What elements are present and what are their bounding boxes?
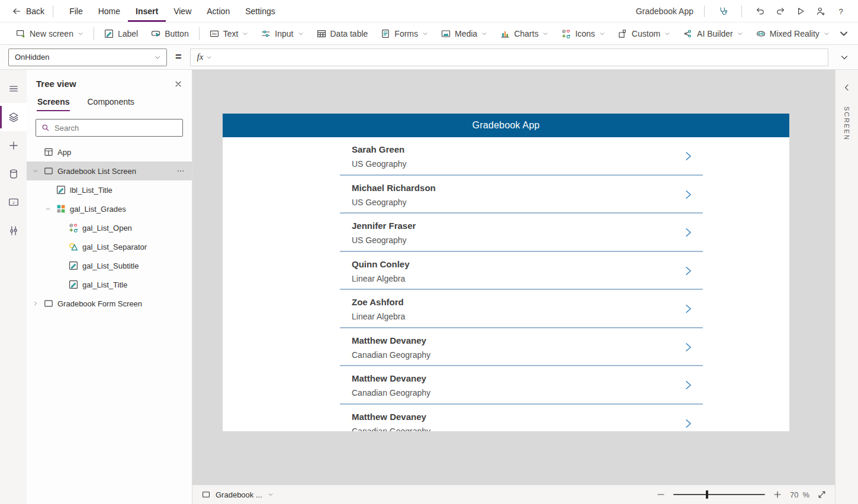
label-button[interactable]: Label — [98, 22, 144, 44]
new-screen-button[interactable]: New screen — [9, 22, 90, 44]
tab-components[interactable]: Components — [86, 95, 134, 111]
rail-hamburger-menu-button[interactable] — [0, 75, 27, 103]
expand-panel-chevron-icon[interactable] — [837, 78, 857, 97]
row-chevron-icon[interactable] — [682, 227, 694, 238]
charts-button[interactable]: Charts — [494, 22, 555, 44]
menu-item-view[interactable]: View — [166, 0, 199, 22]
menu-item-home[interactable]: Home — [91, 0, 128, 22]
screen-selector[interactable]: Gradebook ... — [202, 490, 274, 499]
redo-icon[interactable] — [770, 2, 790, 21]
menu-item-file[interactable]: File — [62, 0, 91, 22]
zoom-slider-thumb[interactable] — [706, 490, 708, 499]
button-button[interactable]: Button — [144, 22, 195, 44]
more-options-button[interactable] — [176, 167, 185, 175]
row-chevron-icon[interactable] — [682, 265, 694, 277]
canvas-backdrop[interactable]: Gradebook App Sarah GreenUS GeographyMic… — [192, 70, 835, 485]
row-chevron-icon[interactable] — [682, 303, 694, 315]
help-icon[interactable]: ? — [831, 2, 851, 21]
row-chevron-icon[interactable] — [682, 189, 694, 201]
row-chevron-icon[interactable] — [682, 379, 694, 391]
rail-tree-view-button[interactable] — [0, 103, 27, 131]
back-button[interactable]: Back — [12, 7, 44, 16]
fx-selector[interactable]: fx — [191, 52, 218, 62]
ribbon-item-label: Custom — [632, 29, 660, 38]
forms-button[interactable]: Forms — [374, 22, 435, 44]
gallery-row-text: Michael RichardsonUS Geography — [223, 176, 789, 208]
tree-item-app[interactable]: App — [27, 143, 192, 161]
rail-advanced-tools-button[interactable] — [0, 217, 27, 245]
svg-text:♪: ♪ — [12, 199, 15, 205]
rail-media-button[interactable]: ♪ — [0, 188, 27, 217]
row-chevron-icon[interactable] — [682, 150, 694, 162]
share-user-icon[interactable] — [811, 2, 831, 21]
tree-item-gradebook-list-screen[interactable]: Gradebook List Screen — [27, 161, 192, 180]
gallery-row[interactable]: Quinn ConleyLinear Algebra — [223, 252, 789, 290]
ai-builder-button[interactable]: AI Builder — [677, 22, 750, 44]
app-title-bar[interactable]: Gradebook App — [223, 114, 789, 137]
custom-button[interactable]: Custom — [612, 22, 677, 44]
gallery-row-text: Jennifer FraserUS Geography — [223, 214, 789, 246]
collapse-chevron-icon[interactable] — [43, 206, 52, 212]
preview-play-icon[interactable] — [790, 2, 811, 21]
ribbon-item-label: Data table — [330, 29, 368, 38]
tree-search-box — [36, 119, 183, 137]
formula-bar-expand-chevron-icon[interactable] — [834, 48, 854, 67]
media-button[interactable]: Media — [435, 22, 494, 44]
back-label: Back — [26, 7, 44, 16]
data-table-button[interactable]: Data table — [310, 22, 375, 44]
chevron-down-icon — [242, 31, 248, 37]
menu-item-insert[interactable]: Insert — [128, 0, 166, 22]
gallery-row[interactable]: Jennifer FraserUS Geography — [223, 214, 789, 252]
input-button[interactable]: Input — [255, 22, 310, 44]
zoom-in-plus-icon[interactable] — [773, 490, 782, 499]
tree-item-lbl-list-title[interactable]: lbl_List_Title — [27, 180, 192, 199]
chevron-down-icon — [154, 54, 161, 61]
tree-item-gal-list-title[interactable]: gal_List_Title — [27, 275, 192, 294]
tree-item-label: gal_List_Title — [82, 280, 185, 289]
menu-item-action[interactable]: Action — [199, 0, 237, 22]
row-chevron-icon[interactable] — [682, 418, 694, 429]
gallery-row[interactable]: Michael RichardsonUS Geography — [223, 176, 789, 214]
chevron-down-icon — [268, 492, 274, 497]
student-name: Matthew Devaney — [352, 411, 789, 423]
expand-chevron-icon[interactable] — [31, 301, 40, 306]
search-input[interactable] — [54, 124, 177, 133]
app-checker-stethoscope-icon[interactable] — [713, 2, 733, 21]
media-icon — [441, 29, 451, 38]
left-icon-rail: ♪ — [0, 70, 27, 504]
undo-icon[interactable] — [750, 2, 770, 21]
mixed-reality-button[interactable]: Mixed Reality — [750, 22, 836, 44]
text-button[interactable]: AbcText — [203, 22, 255, 44]
gallery-row[interactable]: Matthew DevaneyCanadian Geography — [223, 328, 789, 367]
tree-item-gal-list-grades[interactable]: gal_List_Grades — [27, 199, 192, 218]
gallery-row[interactable]: Zoe AshfordLinear Algebra — [223, 290, 789, 328]
tree-item-label: Gradebook Form Screen — [57, 299, 185, 308]
tree-item-gal-list-open[interactable]: gal_List_Open — [27, 218, 192, 237]
tree-item-gradebook-form-screen[interactable]: Gradebook Form Screen — [27, 294, 192, 313]
close-icon[interactable] — [174, 80, 182, 88]
rail-data-sources-button[interactable] — [0, 160, 27, 188]
equals-sign: = — [173, 51, 184, 63]
collapse-chevron-icon[interactable] — [31, 168, 40, 174]
fit-to-window-icon[interactable] — [817, 490, 827, 499]
ribbon-collapse-chevron-icon[interactable] — [836, 24, 852, 43]
row-chevron-icon[interactable] — [682, 341, 694, 353]
tree-item-gal-list-subtitle[interactable]: gal_List_Subtitle — [27, 256, 192, 275]
rail-insert-button[interactable] — [0, 131, 27, 160]
course-name: US Geography — [352, 158, 789, 170]
data-table-icon — [317, 29, 326, 38]
tab-screens[interactable]: Screens — [37, 95, 70, 111]
zoom-out-minus-icon[interactable] — [656, 490, 666, 499]
gallery-row[interactable]: Matthew DevaneyCanadian Geography — [223, 366, 789, 405]
course-name: US Geography — [352, 196, 789, 208]
gallery-row[interactable]: Sarah GreenUS Geography — [223, 137, 789, 176]
zoom-slider[interactable] — [673, 494, 765, 495]
icons-button[interactable]: Icons — [555, 22, 611, 44]
menu-item-settings[interactable]: Settings — [237, 0, 283, 22]
tree-item-gal-list-separator[interactable]: gal_List_Separator — [27, 237, 192, 256]
status-bar: Gradebook ... 70 % — [192, 485, 835, 504]
formula-input[interactable] — [217, 49, 828, 66]
gallery-row[interactable]: Matthew DevaneyCanadian Geography — [223, 405, 789, 432]
property-selector[interactable]: OnHidden — [8, 49, 167, 66]
app-preview[interactable]: Gradebook App Sarah GreenUS GeographyMic… — [223, 114, 789, 431]
